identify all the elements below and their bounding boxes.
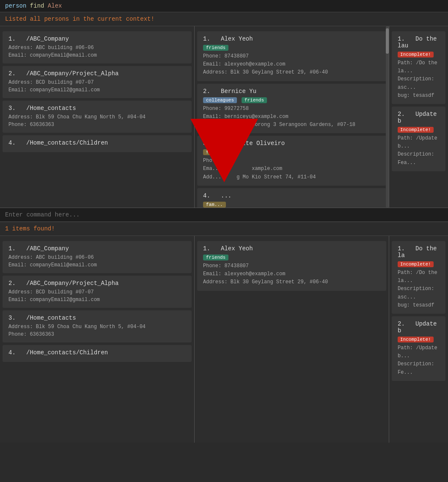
bottom-task-1-badge: Incomplete! bbox=[398, 261, 440, 269]
right-panel-2: 1. Do the la Incomplete! Path: /Do the l… bbox=[389, 236, 448, 443]
svg-marker-0 bbox=[190, 119, 258, 182]
person-4-tags: fam... bbox=[203, 201, 380, 208]
context-item-3[interactable]: 3. /Home_contacts Address: Blk 59 Choa C… bbox=[3, 101, 192, 133]
status-text-2: 1 items found! bbox=[5, 225, 55, 232]
middle-panel-2: 1. Alex Yeoh friends Phone: 87438807 Ema… bbox=[195, 236, 389, 443]
top-command-bar: person find Alex bbox=[0, 0, 448, 12]
cmd-person: person bbox=[5, 3, 26, 9]
task-card-2[interactable]: 2. Update b Incomplete! Path: /Update b.… bbox=[392, 107, 445, 171]
status-bar-2: 1 items found! bbox=[0, 222, 448, 236]
command-input[interactable] bbox=[5, 211, 443, 218]
left-panel-1: 1. /ABC_Company Address: ABC building #0… bbox=[0, 26, 195, 208]
left-panel-2: 1. /ABC_Company Address: ABC building #0… bbox=[0, 236, 195, 443]
bottom-context-item-2-title: 2. /ABC_Company/Project_Alpha bbox=[8, 280, 186, 287]
task-1-badge: Incomplete! bbox=[398, 51, 440, 59]
task-2-detail: Path: /Update b... Description: Fea... bbox=[398, 134, 440, 167]
bottom-context-item-1-detail: Address: ABC building #06-06 Email: comp… bbox=[8, 254, 186, 269]
bottom-task-1-title: 1. Do the la bbox=[398, 245, 440, 259]
bottom-task-1-detail: Path: /Do the la... Description: asc... … bbox=[398, 269, 440, 309]
context-item-3-detail: Address: Blk 59 Choa Chu Kang North 5, #… bbox=[8, 113, 186, 129]
task-card-1[interactable]: 1. Do the lau Incomplete! Path: /Do the … bbox=[392, 31, 445, 104]
bottom-person-1-tags: friends bbox=[203, 254, 380, 262]
second-panel-row: 1. /ABC_Company Address: ABC building #0… bbox=[0, 236, 448, 443]
red-arrow-indicator bbox=[190, 110, 258, 188]
bottom-person-card-1[interactable]: 1. Alex Yeoh friends Phone: 87438807 Ema… bbox=[197, 241, 386, 291]
person-1-tags: friends bbox=[203, 44, 380, 52]
person-4-name: 4. ... bbox=[203, 192, 380, 199]
person-2-tags: colleagues friends bbox=[203, 97, 380, 105]
tag-friends-1: friends bbox=[203, 45, 228, 51]
bottom-context-item-1[interactable]: 1. /ABC_Company Address: ABC building #0… bbox=[3, 241, 192, 273]
person-card-1[interactable]: 1. Alex Yeoh friends Phone: 87438807 Ema… bbox=[197, 31, 386, 81]
bottom-task-card-1[interactable]: 1. Do the la Incomplete! Path: /Do the l… bbox=[392, 241, 445, 314]
right-panel-1: 1. Do the lau Incomplete! Path: /Do the … bbox=[389, 26, 448, 208]
context-item-4[interactable]: 4. /Home_contacts/Children bbox=[3, 135, 192, 152]
bottom-context-item-2[interactable]: 2. /ABC_Company/Project_Alpha Address: B… bbox=[3, 276, 192, 308]
bottom-tag-friends-1: friends bbox=[203, 255, 228, 260]
bottom-context-item-4[interactable]: 4. /Home_contacts/Children bbox=[3, 345, 192, 362]
bottom-task-2-detail: Path: /Update b... Description: Fe... bbox=[398, 344, 440, 377]
context-item-1-title: 1. /ABC_Company bbox=[8, 36, 186, 42]
context-item-2-detail: Address: BCD building #07-07 Email: comp… bbox=[8, 79, 186, 94]
command-area[interactable] bbox=[0, 208, 448, 222]
status-bar-1: Listed all persons in the current contex… bbox=[0, 12, 448, 26]
task-2-badge: Incomplete! bbox=[398, 126, 440, 134]
bottom-task-card-2[interactable]: 2. Update b Incomplete! Path: /Update b.… bbox=[392, 316, 445, 381]
person-1-name: 1. Alex Yeoh bbox=[203, 36, 380, 42]
context-item-1[interactable]: 1. /ABC_Company Address: ABC building #0… bbox=[3, 31, 192, 63]
command-display: person find Alex bbox=[5, 3, 62, 9]
task-1-detail: Path: /Do the la... Description: asc... … bbox=[398, 59, 440, 100]
bottom-context-item-3-title: 3. /Home_contacts bbox=[8, 315, 186, 321]
bottom-context-item-1-title: 1. /ABC_Company bbox=[8, 245, 186, 252]
tag-friends-2: friends bbox=[242, 97, 267, 103]
bottom-person-1-name: 1. Alex Yeoh bbox=[203, 245, 380, 252]
context-item-2[interactable]: 2. /ABC_Company/Project_Alpha Address: B… bbox=[3, 66, 192, 98]
bottom-task-2-title: 2. Update b bbox=[398, 320, 440, 334]
person-card-4[interactable]: 4. ... fam... Pho... Ema... mple.com Add… bbox=[197, 188, 386, 208]
context-item-2-title: 2. /ABC_Company/Project_Alpha bbox=[8, 70, 186, 77]
context-item-1-detail: Address: ABC building #06-06 Email: comp… bbox=[8, 44, 186, 59]
bottom-context-item-2-detail: Address: BCD building #07-07 Email: comp… bbox=[8, 288, 186, 304]
tag-family-2: fam... bbox=[203, 202, 226, 208]
bottom-context-item-3-detail: Address: Blk 59 Choa Chu Kang North 5, #… bbox=[8, 323, 186, 338]
bottom-person-1-detail: Phone: 87438807 Email: alexyeoh@example.… bbox=[203, 262, 380, 287]
task-1-title: 1. Do the lau bbox=[398, 36, 440, 49]
context-item-4-title: 4. /Home_contacts/Children bbox=[8, 140, 186, 146]
person-1-detail: Phone: 87438807 Email: alexyeoh@example.… bbox=[203, 52, 380, 77]
cmd-arg: Alex bbox=[48, 3, 62, 9]
bottom-context-item-3[interactable]: 3. /Home_contacts Address: Blk 59 Choa C… bbox=[3, 310, 192, 342]
person-2-name: 2. Bernice Yu bbox=[203, 88, 380, 95]
bottom-task-2-badge: Incomplete! bbox=[398, 336, 440, 344]
task-2-title: 2. Update b bbox=[398, 111, 440, 124]
cmd-find: find bbox=[30, 3, 44, 9]
status-text-1: Listed all persons in the current contex… bbox=[5, 16, 154, 22]
bottom-context-item-4-title: 4. /Home_contacts/Children bbox=[8, 349, 186, 356]
context-item-3-title: 3. /Home_contacts bbox=[8, 105, 186, 112]
tag-colleagues-1: colleagues bbox=[203, 97, 237, 103]
